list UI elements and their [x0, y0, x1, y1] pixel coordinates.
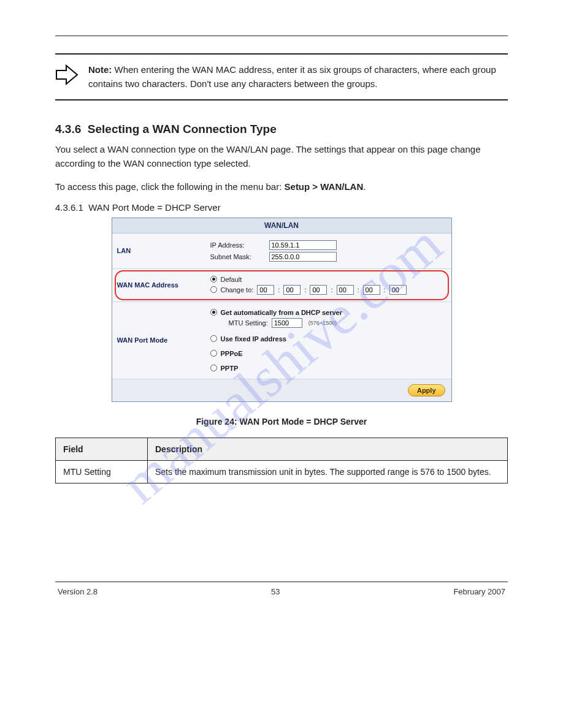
field-description-table: Field Description MTU Setting Sets the m…	[55, 438, 508, 483]
arrow-right-icon	[55, 64, 80, 88]
mac-default-radio[interactable]	[210, 276, 217, 282]
footer-version: Version 2.8	[58, 587, 98, 596]
subnet-mask-label: Subnet Mask:	[210, 253, 266, 260]
pppoe-label: PPPoE	[221, 350, 243, 357]
header-rule	[55, 36, 508, 36]
wan-mac-label: WAN MAC Address	[112, 269, 204, 301]
mtu-input[interactable]	[272, 318, 302, 328]
dhcp-radio[interactable]	[210, 309, 217, 316]
footer-page-number: 53	[271, 587, 280, 596]
lan-row: LAN IP Address: Subnet Mask:	[112, 233, 451, 269]
mtu-label: MTU Setting:	[229, 319, 268, 327]
mtu-range: (576~1500)	[308, 320, 337, 326]
mac-octet-1[interactable]	[257, 285, 274, 295]
td-field: MTU Setting	[56, 460, 148, 483]
th-description: Description	[148, 438, 508, 460]
panel-footer: Apply	[112, 379, 451, 401]
pptp-radio[interactable]	[210, 365, 217, 371]
ip-address-label: IP Address:	[210, 241, 266, 249]
subnet-mask-input[interactable]	[269, 252, 337, 262]
note-callout: Note: When entering the WAN MAC address,…	[55, 53, 508, 100]
nav-path: Setup > WAN/LAN	[285, 181, 364, 192]
wan-mac-row: WAN MAC Address Default Change to: : : :	[112, 269, 451, 302]
note-label: Note:	[88, 64, 115, 75]
th-field: Field	[56, 438, 148, 460]
mac-octet-4[interactable]	[337, 285, 354, 295]
intro-paragraph: You select a WAN connection type on the …	[55, 142, 508, 171]
ip-address-input[interactable]	[269, 240, 337, 250]
pppoe-radio[interactable]	[210, 350, 217, 357]
mac-octet-5[interactable]	[363, 285, 380, 295]
mac-octet-3[interactable]	[310, 285, 327, 295]
nav-paragraph: To access this page, click the following…	[55, 180, 508, 194]
note-text: Note: When entering the WAN MAC address,…	[88, 63, 508, 91]
wan-port-mode-row: WAN Port Mode Get automatically from a D…	[112, 302, 451, 379]
mac-change-radio[interactable]	[210, 286, 217, 293]
subsection-heading: 4.3.6.1 WAN Port Mode = DHCP Server	[55, 202, 508, 213]
fixed-ip-radio[interactable]	[210, 335, 217, 342]
mac-octet-6[interactable]	[389, 285, 407, 295]
apply-button[interactable]: Apply	[408, 384, 445, 396]
footer-rule	[55, 582, 508, 582]
mac-octet-2[interactable]	[283, 285, 301, 295]
page-footer: Version 2.8 53 February 2007	[55, 587, 508, 596]
wan-lan-panel: WAN/LAN LAN IP Address: Subnet Mask: WAN…	[112, 218, 452, 402]
panel-title: WAN/LAN	[112, 218, 451, 233]
dhcp-label: Get automatically from a DHCP server	[221, 309, 342, 316]
table-header-row: Field Description	[56, 438, 508, 460]
table-row: MTU Setting Sets the maximum transmissio…	[56, 460, 508, 483]
lan-label: LAN	[112, 233, 204, 268]
figure-caption: Figure 24: WAN Port Mode = DHCP Server	[55, 417, 508, 427]
mac-default-label: Default	[221, 276, 242, 283]
wan-port-mode-label: WAN Port Mode	[112, 302, 204, 379]
fixed-ip-label: Use fixed IP address	[221, 335, 286, 343]
page-content: Note: When entering the WAN MAC address,…	[0, 0, 563, 621]
td-description: Sets the maximum transmission unit in by…	[148, 460, 508, 483]
pptp-label: PPTP	[221, 365, 239, 372]
footer-date: February 2007	[453, 587, 505, 596]
mac-change-label: Change to:	[221, 286, 254, 294]
note-body: When entering the WAN MAC address, enter…	[88, 64, 496, 89]
section-heading: 4.3.6 Selecting a WAN Connection Type	[55, 123, 508, 136]
